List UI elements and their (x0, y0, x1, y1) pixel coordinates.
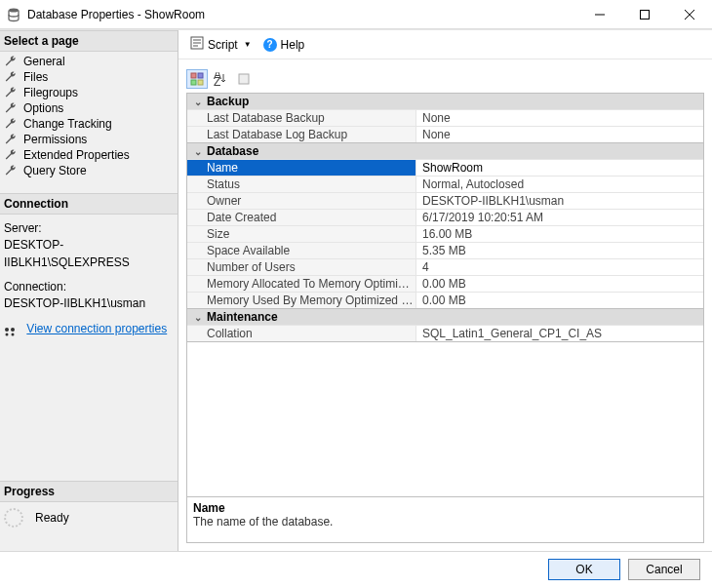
property-row[interactable]: Last Database BackupNone (187, 109, 703, 126)
wrench-icon (4, 133, 18, 146)
sidebar-item-general[interactable]: General (0, 54, 178, 69)
wrench-icon (4, 164, 18, 177)
property-row[interactable]: OwnerDESKTOP-IIBLKH1\usman (187, 192, 703, 209)
progress-status: Ready (35, 511, 69, 525)
sidebar-item-label: Extended Properties (23, 148, 130, 162)
property-name: Collation (187, 326, 416, 341)
minimize-button[interactable] (577, 0, 622, 28)
categorized-button[interactable] (186, 69, 208, 89)
window-title: Database Properties - ShowRoom (27, 8, 577, 21)
doc-name: Name (193, 501, 697, 515)
progress-area: Ready (0, 502, 178, 533)
sidebar-item-label: Filegroups (23, 86, 78, 99)
alphabetical-button[interactable]: AZ (210, 69, 231, 89)
wrench-icon (4, 70, 18, 84)
title-bar: Database Properties - ShowRoom (0, 0, 712, 29)
select-page-header: Select a page (0, 30, 178, 52)
script-label: Script (208, 38, 238, 52)
sidebar-item-extended-properties[interactable]: Extended Properties (0, 147, 178, 163)
category-label: Backup (207, 95, 249, 108)
property-value: SQL_Latin1_General_CP1_CI_AS (416, 326, 703, 341)
svg-point-7 (6, 333, 9, 335)
sidebar-item-permissions[interactable]: Permissions (0, 132, 178, 147)
sidebar-item-label: Permissions (23, 133, 87, 146)
progress-spinner-icon (4, 508, 23, 528)
property-value: 6/17/2019 10:20:51 AM (416, 210, 703, 225)
property-value: Normal, Autoclosed (416, 176, 703, 192)
property-name: Status (187, 176, 416, 192)
property-description: Name The name of the database. (186, 496, 704, 543)
page-list: GeneralFilesFilegroupsOptionsChange Trac… (0, 52, 178, 193)
category-label: Maintenance (207, 310, 278, 324)
sidebar-item-label: Change Tracking (23, 117, 112, 131)
sidebar-item-files[interactable]: Files (0, 69, 178, 85)
property-value: None (416, 127, 703, 142)
wrench-icon (4, 101, 18, 115)
property-row[interactable]: Date Created6/17/2019 10:20:51 AM (187, 209, 703, 225)
sidebar-item-label: Options (23, 101, 63, 115)
property-grid[interactable]: ⌄BackupLast Database BackupNoneLast Data… (186, 93, 704, 342)
property-name: Owner (187, 193, 416, 209)
property-value: 4 (416, 259, 703, 275)
collapse-icon: ⌄ (191, 146, 205, 157)
property-name: Last Database Log Backup (187, 127, 416, 142)
left-panel: Select a page GeneralFilesFilegroupsOpti… (0, 30, 178, 551)
connection-info: Server: DESKTOP-IIBLKH1\SQLEXPRESS Conne… (0, 215, 178, 343)
sidebar-item-options[interactable]: Options (0, 100, 178, 116)
property-name: Memory Used By Memory Optimized Objects (187, 293, 416, 308)
property-grid-toolbar: AZ (186, 67, 704, 91)
category-database[interactable]: ⌄Database (187, 142, 703, 159)
category-maintenance[interactable]: ⌄Maintenance (187, 308, 703, 325)
property-value: DESKTOP-IIBLKH1\usman (416, 193, 703, 209)
property-name: Date Created (187, 210, 416, 225)
ok-button[interactable]: OK (548, 559, 620, 580)
property-row[interactable]: Size16.00 MB (187, 225, 703, 242)
wrench-icon (4, 86, 18, 99)
property-value: None (416, 110, 703, 126)
connection-link-icon (4, 325, 20, 334)
svg-rect-13 (191, 73, 196, 78)
property-row[interactable]: CollationSQL_Latin1_General_CP1_CI_AS (187, 325, 703, 341)
property-name: Memory Allocated To Memory Optimized Obj… (187, 276, 416, 292)
svg-rect-15 (191, 80, 196, 85)
sidebar-item-query-store[interactable]: Query Store (0, 163, 178, 178)
property-row[interactable]: Memory Used By Memory Optimized Objects0… (187, 292, 703, 308)
sidebar-item-label: Query Store (23, 164, 87, 177)
script-button[interactable]: Script ▼ (186, 34, 256, 55)
property-row[interactable]: Number of Users4 (187, 258, 703, 275)
property-row[interactable]: Memory Allocated To Memory Optimized Obj… (187, 275, 703, 292)
sidebar-item-change-tracking[interactable]: Change Tracking (0, 116, 178, 132)
svg-point-5 (5, 328, 9, 332)
svg-rect-19 (239, 74, 249, 84)
collapse-icon: ⌄ (191, 312, 205, 323)
wrench-icon (4, 148, 18, 162)
property-value: 5.35 MB (416, 243, 703, 258)
close-button[interactable] (667, 0, 712, 28)
database-icon (6, 7, 21, 22)
property-name: Last Database Backup (187, 110, 416, 126)
property-value: 0.00 MB (416, 293, 703, 308)
property-row[interactable]: Space Available5.35 MB (187, 242, 703, 258)
property-name: Space Available (187, 243, 416, 258)
help-button[interactable]: ? Help (259, 36, 309, 54)
svg-point-8 (12, 333, 15, 335)
server-label: Server: (4, 220, 174, 237)
property-row[interactable]: StatusNormal, Autoclosed (187, 176, 703, 192)
property-value: 16.00 MB (416, 226, 703, 242)
svg-text:Z: Z (214, 75, 220, 86)
maximize-button[interactable] (622, 0, 667, 28)
category-backup[interactable]: ⌄Backup (187, 94, 703, 109)
connection-header: Connection (0, 193, 178, 215)
sidebar-item-filegroups[interactable]: Filegroups (0, 85, 178, 100)
cancel-button[interactable]: Cancel (628, 559, 700, 580)
property-name: Number of Users (187, 259, 416, 275)
doc-desc: The name of the database. (193, 515, 697, 529)
property-row[interactable]: NameShowRoom (187, 159, 703, 176)
property-grid-empty (186, 342, 704, 496)
collapse-icon: ⌄ (191, 97, 205, 107)
property-row[interactable]: Last Database Log BackupNone (187, 126, 703, 142)
sidebar-item-label: General (23, 55, 65, 68)
wrench-icon (4, 117, 18, 131)
view-connection-link[interactable]: View connection properties (26, 322, 167, 335)
property-pages-button[interactable] (233, 69, 255, 89)
